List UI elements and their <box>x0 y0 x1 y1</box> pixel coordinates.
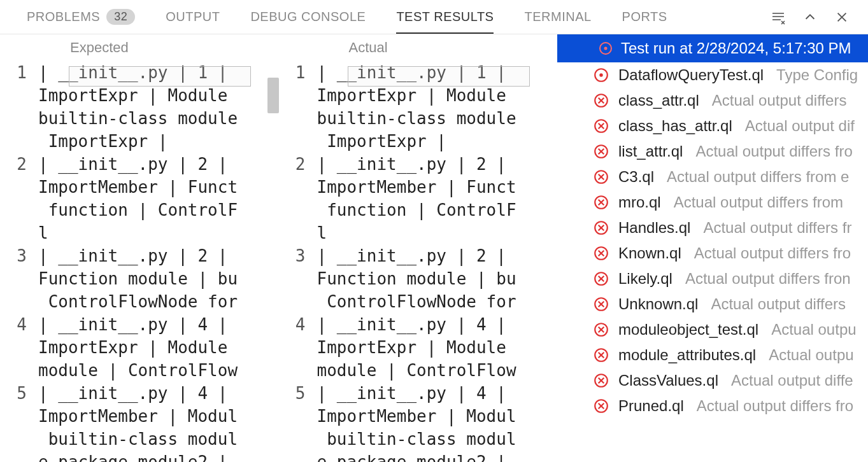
actual-column: Actual 123456 | __init__.py | 1 | Import… <box>279 34 558 462</box>
line-number: 1 <box>0 61 27 84</box>
code-line: | __init__.py | 4 | <box>317 313 558 336</box>
test-run-header[interactable]: Test run at 2/28/2024, 5:17:30 PM <box>557 34 868 62</box>
test-message: Actual output differs fro <box>694 244 851 262</box>
line-number: 5 <box>0 382 27 405</box>
error-x-icon <box>593 169 609 185</box>
line-number <box>0 405 27 428</box>
tab-debug-console-label: DEBUG CONSOLE <box>250 10 366 24</box>
tab-problems-label: PROBLEMS <box>27 10 100 24</box>
line-number: 5 <box>279 382 306 405</box>
test-result-item[interactable]: ClassValues.qlActual output diffe <box>557 368 868 393</box>
test-file-name: class_attr.ql <box>618 92 699 109</box>
test-result-item[interactable]: list_attr.qlActual output differs fro <box>557 139 868 164</box>
tab-ports[interactable]: PORTS <box>607 0 683 34</box>
line-number <box>0 221 27 244</box>
error-x-icon <box>593 321 609 338</box>
test-result-list: DataflowQueryTest.qlType Configclass_att… <box>557 62 868 462</box>
test-result-item[interactable]: C3.qlActual output differs from e <box>557 164 868 190</box>
line-number <box>0 336 27 359</box>
test-message: Actual outpu <box>769 346 853 364</box>
test-result-item[interactable]: class_has_attr.qlActual output dif <box>557 113 868 139</box>
line-number <box>0 107 27 130</box>
tab-problems[interactable]: PROBLEMS 32 <box>11 0 150 34</box>
code-line: | __init__.py | 2 | <box>38 244 279 267</box>
line-number <box>279 130 306 153</box>
error-x-icon <box>593 347 609 363</box>
expected-column: Expected 123456 | __init__.py | 1 | Impo… <box>0 34 279 462</box>
test-run-panel: Test run at 2/28/2024, 5:17:30 PM Datafl… <box>557 34 868 462</box>
tab-terminal-label: TERMINAL <box>524 10 591 24</box>
test-file-name: Unknown.ql <box>618 295 698 313</box>
test-result-item[interactable]: Unknown.qlActual output differs <box>557 291 868 317</box>
code-line: | __init__.py | 4 | <box>38 313 279 336</box>
expected-code[interactable]: 123456 | __init__.py | 1 | ImportExpr | … <box>0 61 279 462</box>
chevron-up-icon[interactable] <box>802 9 818 25</box>
expected-lines: | __init__.py | 1 | ImportExpr | Module … <box>38 61 279 462</box>
line-number <box>0 290 27 313</box>
test-message: Actual output dif <box>745 117 855 135</box>
close-icon[interactable] <box>834 9 850 25</box>
line-number: 3 <box>0 244 27 267</box>
svg-point-10 <box>599 73 602 76</box>
code-line: | __init__.py | 1 | <box>317 61 558 84</box>
line-number <box>279 176 306 199</box>
panel-tabs: PROBLEMS 32 OUTPUT DEBUG CONSOLE TEST RE… <box>0 0 868 34</box>
line-number <box>279 359 306 382</box>
tab-test-results-label: TEST RESULTS <box>396 10 494 24</box>
test-result-item[interactable]: DataflowQueryTest.qlType Config <box>557 62 868 88</box>
clear-all-icon[interactable] <box>770 9 786 25</box>
code-line: ImportExpr | <box>317 130 558 153</box>
line-number: 4 <box>279 313 306 336</box>
error-x-icon <box>593 270 609 287</box>
test-result-item[interactable]: module_attributes.qlActual outpu <box>557 342 868 368</box>
error-x-icon <box>593 245 609 262</box>
test-file-name: moduleobject_test.ql <box>618 321 758 339</box>
line-number <box>0 359 27 382</box>
test-results-content: Expected 123456 | __init__.py | 1 | Impo… <box>0 34 868 462</box>
tab-debug-console[interactable]: DEBUG CONSOLE <box>235 0 381 34</box>
line-number <box>0 267 27 290</box>
test-file-name: ClassValues.ql <box>618 372 718 389</box>
code-line: ImportExpr | Module <box>317 336 558 359</box>
test-result-item[interactable]: moduleobject_test.qlActual outpu <box>557 317 868 342</box>
test-file-name: mro.ql <box>618 193 661 211</box>
tab-terminal[interactable]: TERMINAL <box>509 0 606 34</box>
code-line: ImportMember | Modul <box>38 405 279 428</box>
line-number <box>279 405 306 428</box>
actual-gutter: 123456 <box>279 61 317 462</box>
line-number: 4 <box>0 313 27 336</box>
test-result-item[interactable]: Known.qlActual output differs fro <box>557 241 868 266</box>
test-message: Actual output differs <box>711 295 846 313</box>
actual-code[interactable]: 123456 | __init__.py | 1 | ImportExpr | … <box>279 61 558 462</box>
line-number <box>279 84 306 107</box>
error-x-icon <box>593 372 609 389</box>
code-line: ControlFlowNode for <box>38 290 279 313</box>
code-line: ControlFlowNode for <box>317 290 558 313</box>
test-result-item[interactable]: Likely.qlActual output differs fron <box>557 266 868 291</box>
scrollbar-thumb[interactable] <box>267 78 279 113</box>
error-x-icon <box>593 143 609 160</box>
test-result-item[interactable]: Handles.qlActual output differs fr <box>557 215 868 241</box>
line-number <box>0 451 27 462</box>
expected-header: Expected <box>0 34 279 61</box>
line-number <box>279 451 306 462</box>
test-result-item[interactable]: class_attr.qlActual output differs <box>557 88 868 113</box>
code-line: Function module | bu <box>317 267 558 290</box>
code-line: e package.module2 | <box>317 451 558 462</box>
error-x-icon <box>593 194 609 211</box>
test-file-name: module_attributes.ql <box>618 346 756 364</box>
test-result-item[interactable]: mro.qlActual output differs from <box>557 190 868 215</box>
code-line: ImportMember | Modul <box>317 405 558 428</box>
tab-output[interactable]: OUTPUT <box>150 0 235 34</box>
error-x-icon <box>593 296 609 312</box>
test-file-name: DataflowQueryTest.ql <box>618 66 764 84</box>
test-message: Actual output differs from e <box>667 168 849 186</box>
actual-lines: | __init__.py | 1 | ImportExpr | Module … <box>317 61 558 462</box>
test-message: Actual output differs fr <box>703 219 851 237</box>
test-file-name: Known.ql <box>618 244 681 262</box>
tab-output-label: OUTPUT <box>166 10 220 24</box>
test-result-item[interactable]: Pruned.qlActual output differs fro <box>557 393 868 419</box>
code-line: function | ControlF <box>317 199 558 221</box>
error-x-icon <box>593 92 609 109</box>
tab-test-results[interactable]: TEST RESULTS <box>381 0 509 34</box>
